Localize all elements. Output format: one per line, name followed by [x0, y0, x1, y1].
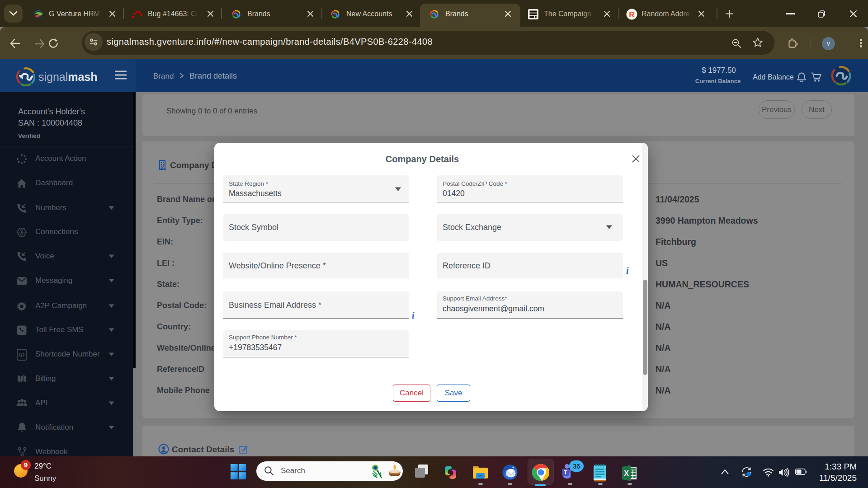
svg-text:X: X	[624, 469, 629, 477]
svg-text:T: T	[564, 469, 567, 476]
svg-text:R: R	[629, 10, 634, 19]
